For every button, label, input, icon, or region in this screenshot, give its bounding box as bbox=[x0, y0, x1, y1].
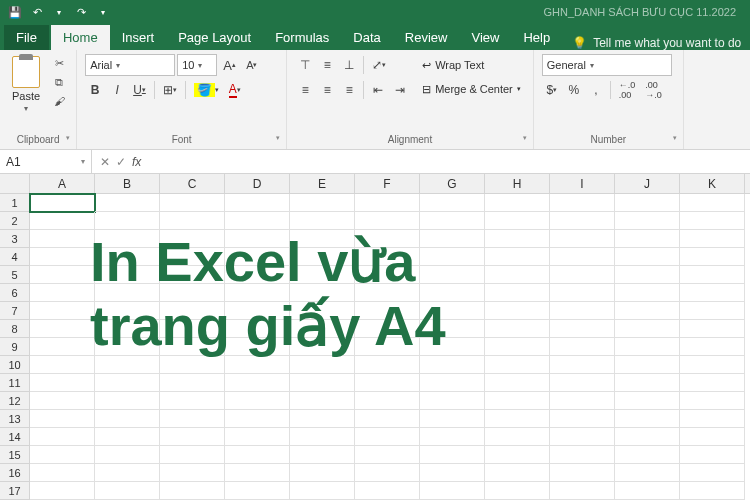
cell[interactable] bbox=[680, 212, 745, 230]
cell[interactable] bbox=[420, 338, 485, 356]
cell[interactable] bbox=[615, 212, 680, 230]
cell[interactable] bbox=[95, 482, 160, 500]
increase-font-button[interactable]: A▴ bbox=[219, 54, 240, 76]
cell[interactable] bbox=[160, 266, 225, 284]
cell[interactable] bbox=[290, 338, 355, 356]
decrease-font-button[interactable]: A▾ bbox=[242, 54, 262, 76]
cell[interactable] bbox=[680, 482, 745, 500]
cell[interactable] bbox=[420, 428, 485, 446]
cell[interactable] bbox=[290, 374, 355, 392]
cell[interactable] bbox=[225, 212, 290, 230]
cell[interactable] bbox=[355, 410, 420, 428]
increase-decimal-button[interactable]: ←.0.00 bbox=[615, 79, 640, 101]
cell[interactable] bbox=[420, 482, 485, 500]
cell[interactable] bbox=[420, 320, 485, 338]
cell[interactable] bbox=[160, 302, 225, 320]
row-header[interactable]: 17 bbox=[0, 482, 30, 500]
cell[interactable] bbox=[225, 320, 290, 338]
align-center-button[interactable]: ≡ bbox=[317, 79, 337, 101]
cell[interactable] bbox=[160, 446, 225, 464]
cell[interactable] bbox=[290, 464, 355, 482]
cell[interactable] bbox=[550, 464, 615, 482]
cell[interactable] bbox=[680, 446, 745, 464]
cancel-formula-icon[interactable]: ✕ bbox=[100, 155, 110, 169]
cell[interactable] bbox=[680, 374, 745, 392]
save-icon[interactable]: 💾 bbox=[6, 3, 24, 21]
cell[interactable] bbox=[615, 248, 680, 266]
cell[interactable] bbox=[355, 266, 420, 284]
cell[interactable] bbox=[485, 248, 550, 266]
column-header[interactable]: B bbox=[95, 174, 160, 193]
tab-view[interactable]: View bbox=[459, 25, 511, 50]
row-header[interactable]: 12 bbox=[0, 392, 30, 410]
row-header[interactable]: 5 bbox=[0, 266, 30, 284]
row-header[interactable]: 11 bbox=[0, 374, 30, 392]
cell[interactable] bbox=[550, 446, 615, 464]
cell[interactable] bbox=[30, 338, 95, 356]
cell[interactable] bbox=[95, 374, 160, 392]
column-header[interactable]: I bbox=[550, 174, 615, 193]
align-top-button[interactable]: ⊤ bbox=[295, 54, 315, 76]
row-header[interactable]: 6 bbox=[0, 284, 30, 302]
cell[interactable] bbox=[420, 284, 485, 302]
merge-center-button[interactable]: ⊟Merge & Center ▾ bbox=[418, 78, 525, 100]
cell[interactable] bbox=[30, 482, 95, 500]
column-header[interactable]: F bbox=[355, 174, 420, 193]
cell[interactable] bbox=[355, 230, 420, 248]
cell[interactable] bbox=[30, 392, 95, 410]
cell[interactable] bbox=[95, 302, 160, 320]
cell[interactable] bbox=[225, 446, 290, 464]
cell[interactable] bbox=[485, 230, 550, 248]
font-color-button[interactable]: A▾ bbox=[225, 79, 245, 101]
cell[interactable] bbox=[225, 284, 290, 302]
cell[interactable] bbox=[30, 248, 95, 266]
cell[interactable] bbox=[95, 410, 160, 428]
column-header[interactable]: A bbox=[30, 174, 95, 193]
cell[interactable] bbox=[680, 320, 745, 338]
tell-me[interactable]: 💡 Tell me what you want to do bbox=[572, 36, 741, 50]
row-header[interactable]: 2 bbox=[0, 212, 30, 230]
cut-icon[interactable]: ✂ bbox=[50, 54, 68, 72]
cell[interactable] bbox=[95, 428, 160, 446]
cell[interactable] bbox=[160, 392, 225, 410]
row-header[interactable]: 13 bbox=[0, 410, 30, 428]
cell[interactable] bbox=[355, 428, 420, 446]
cell[interactable] bbox=[615, 320, 680, 338]
row-header[interactable]: 3 bbox=[0, 230, 30, 248]
cell[interactable] bbox=[550, 374, 615, 392]
align-left-button[interactable]: ≡ bbox=[295, 79, 315, 101]
column-header[interactable]: H bbox=[485, 174, 550, 193]
cell[interactable] bbox=[95, 338, 160, 356]
cell[interactable] bbox=[95, 320, 160, 338]
qat-arrow-icon[interactable]: ▾ bbox=[50, 3, 68, 21]
column-header[interactable]: E bbox=[290, 174, 355, 193]
cell[interactable] bbox=[485, 356, 550, 374]
cell[interactable] bbox=[355, 212, 420, 230]
cell[interactable] bbox=[680, 464, 745, 482]
cell[interactable] bbox=[615, 230, 680, 248]
cell[interactable] bbox=[420, 248, 485, 266]
cell[interactable] bbox=[615, 356, 680, 374]
cell[interactable] bbox=[290, 428, 355, 446]
align-middle-button[interactable]: ≡ bbox=[317, 54, 337, 76]
cell[interactable] bbox=[30, 230, 95, 248]
cell[interactable] bbox=[680, 356, 745, 374]
cell[interactable] bbox=[355, 446, 420, 464]
select-all-corner[interactable] bbox=[0, 174, 30, 193]
cell[interactable] bbox=[420, 212, 485, 230]
cell[interactable] bbox=[95, 446, 160, 464]
cell[interactable] bbox=[680, 338, 745, 356]
cell[interactable] bbox=[420, 410, 485, 428]
cell[interactable] bbox=[420, 194, 485, 212]
currency-button[interactable]: $ ▾ bbox=[542, 79, 562, 101]
cell[interactable] bbox=[225, 428, 290, 446]
cell[interactable] bbox=[485, 374, 550, 392]
cell[interactable] bbox=[95, 266, 160, 284]
cell[interactable] bbox=[95, 284, 160, 302]
font-size-combo[interactable]: 10▾ bbox=[177, 54, 217, 76]
cell[interactable] bbox=[290, 302, 355, 320]
cell[interactable] bbox=[615, 482, 680, 500]
cell[interactable] bbox=[95, 230, 160, 248]
name-box[interactable]: A1▾ bbox=[0, 150, 92, 173]
cell[interactable] bbox=[95, 212, 160, 230]
